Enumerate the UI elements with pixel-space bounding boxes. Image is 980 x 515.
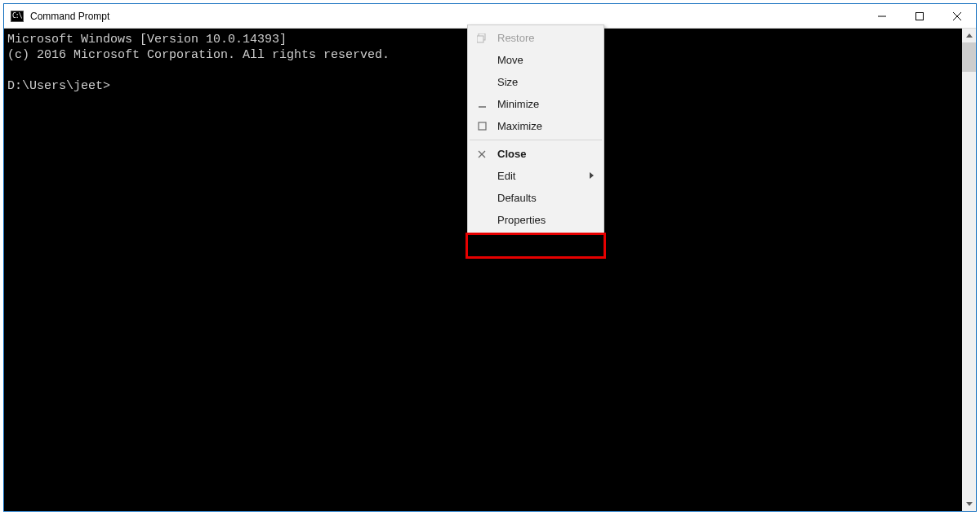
menu-close[interactable]: Close — [468, 143, 604, 165]
menu-edit[interactable]: Edit — [468, 165, 604, 187]
menu-separator — [470, 140, 602, 140]
chevron-right-icon — [590, 172, 594, 180]
menu-minimize[interactable]: Minimize — [468, 93, 604, 115]
svg-rect-7 — [479, 122, 486, 130]
console-prompt: D:\Users\jeet> — [7, 79, 110, 93]
menu-move[interactable]: Move — [468, 49, 604, 71]
menu-properties[interactable]: Properties — [468, 209, 604, 231]
close-x-icon — [476, 149, 488, 160]
menu-item-label: Minimize — [497, 98, 539, 110]
vertical-scrollbar[interactable] — [962, 29, 976, 511]
menu-item-label: Maximize — [497, 120, 542, 132]
scrollbar-up-button[interactable] — [962, 29, 976, 42]
window-title: Command Prompt — [30, 11, 863, 22]
menu-item-label: Edit — [497, 170, 515, 182]
minimize-button[interactable] — [863, 4, 901, 28]
close-button[interactable] — [938, 4, 976, 28]
menu-item-label: Close — [497, 148, 526, 160]
maximize-icon — [476, 121, 488, 132]
scrollbar-thumb[interactable] — [962, 42, 976, 72]
minimize-icon — [476, 99, 488, 110]
minimize-icon — [878, 12, 886, 20]
chevron-up-icon — [966, 33, 973, 38]
cmd-icon: C:\ — [11, 11, 24, 22]
maximize-button[interactable] — [901, 4, 938, 28]
system-context-menu: Restore Move Size Minimize Maximize Clos… — [467, 24, 604, 233]
svg-rect-1 — [916, 12, 924, 20]
console-line: (c) 2016 Microsoft Corporation. All righ… — [7, 48, 390, 62]
scrollbar-down-button[interactable] — [962, 497, 976, 511]
menu-defaults[interactable]: Defaults — [468, 187, 604, 209]
chevron-down-icon — [966, 502, 973, 506]
window-controls — [863, 4, 976, 28]
menu-restore: Restore — [468, 27, 604, 49]
svg-rect-5 — [477, 36, 483, 42]
menu-item-label: Size — [497, 76, 518, 88]
close-icon — [953, 12, 961, 20]
menu-item-label: Move — [497, 54, 523, 66]
menu-item-label: Defaults — [497, 192, 537, 204]
menu-item-label: Properties — [497, 214, 546, 226]
menu-item-label: Restore — [497, 32, 535, 44]
menu-size[interactable]: Size — [468, 71, 604, 93]
console-line: Microsoft Windows [Version 10.0.14393] — [7, 33, 287, 47]
menu-maximize[interactable]: Maximize — [468, 115, 604, 137]
restore-icon — [476, 33, 488, 44]
maximize-icon — [915, 12, 924, 20]
